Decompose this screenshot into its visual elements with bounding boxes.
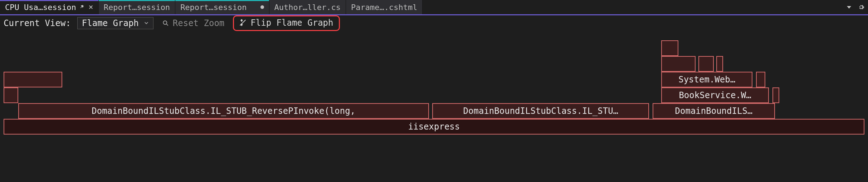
- flip-flame-label: Flip Flame Graph: [250, 18, 333, 28]
- tab-report-2[interactable]: Report…session: [175, 0, 269, 14]
- flame-block[interactable]: [661, 40, 678, 56]
- flip-flame-button[interactable]: Flip Flame Graph: [237, 17, 335, 29]
- chevron-down-icon: [144, 20, 149, 27]
- tab-label: Report…session: [104, 3, 170, 12]
- tab-label: Parame….cshtml: [351, 3, 417, 12]
- tab-cpu-usage[interactable]: CPU Usa…session: [0, 0, 99, 14]
- tab-bar: CPU Usa…session Report…session Report…se…: [0, 0, 868, 14]
- tab-accent: [99, 0, 175, 1]
- flame-block[interactable]: iisexpress: [4, 119, 864, 135]
- flame-block-label: DomainBoundILStubClass.IL_STU…: [463, 106, 618, 116]
- close-icon[interactable]: [88, 5, 93, 10]
- flame-block[interactable]: DomainBoundILS…: [653, 103, 775, 119]
- reset-zoom-label: Reset Zoom: [173, 18, 225, 28]
- svg-point-0: [163, 21, 167, 24]
- flame-row: BookService.W…: [4, 87, 864, 103]
- tab-label: Report…session: [180, 3, 247, 12]
- flame-block-label: iisexpress: [408, 122, 460, 132]
- current-view-label: Current View:: [4, 18, 71, 28]
- flame-block[interactable]: [4, 72, 62, 87]
- flip-icon: [239, 19, 247, 27]
- flame-row: iisexpress: [4, 119, 864, 135]
- gear-icon[interactable]: [858, 4, 864, 10]
- tab-bar-actions: [843, 0, 868, 14]
- flame-row: System.Web…: [4, 72, 864, 87]
- flame-block[interactable]: [772, 87, 779, 103]
- flame-block[interactable]: [756, 72, 765, 87]
- flame-graph[interactable]: iisexpressDomainBoundILStubClass.IL_STUB…: [0, 31, 868, 181]
- flame-row: [4, 56, 864, 72]
- tab-overflow-icon[interactable]: [847, 5, 853, 10]
- flame-row: [4, 40, 864, 56]
- flame-block[interactable]: [661, 56, 696, 72]
- flip-flame-highlight: Flip Flame Graph: [233, 15, 340, 31]
- flame-block[interactable]: System.Web…: [661, 72, 752, 87]
- flame-block-label: BookService.W…: [679, 90, 751, 100]
- view-dropdown[interactable]: Flame Graph: [77, 17, 153, 29]
- flame-block[interactable]: [716, 56, 723, 72]
- tab-label: CPU Usa…session: [5, 3, 76, 12]
- flame-block[interactable]: [4, 87, 18, 103]
- tab-accent: [0, 0, 98, 1]
- tab-bar-spacer: [423, 0, 843, 14]
- flame-row: DomainBoundILStubClass.IL_STUB_ReversePI…: [4, 103, 864, 119]
- flame-block[interactable]: DomainBoundILStubClass.IL_STU…: [432, 103, 649, 119]
- flame-block-label: System.Web…: [678, 75, 735, 85]
- flame-block[interactable]: DomainBoundILStubClass.IL_STUB_ReversePI…: [18, 103, 429, 119]
- tab-parame-cshtml[interactable]: Parame….cshtml: [346, 0, 423, 14]
- pin-icon[interactable]: [80, 5, 85, 10]
- flame-block[interactable]: [698, 56, 714, 72]
- flame-block-label: DomainBoundILStubClass.IL_STUB_ReversePI…: [92, 106, 355, 116]
- dropdown-value: Flame Graph: [82, 18, 139, 28]
- tab-label: Author…ller.cs: [274, 3, 341, 12]
- flame-block-label: DomainBoundILS…: [675, 106, 753, 116]
- tab-accent: [175, 0, 269, 1]
- dirty-indicator-icon: [260, 5, 264, 9]
- tab-report-1[interactable]: Report…session: [99, 0, 175, 14]
- toolbar: Current View: Flame Graph Reset Zoom Fli…: [0, 15, 868, 31]
- flame-block[interactable]: BookService.W…: [661, 87, 769, 103]
- tab-author-controller[interactable]: Author…ller.cs: [269, 0, 346, 14]
- magnifier-icon: [162, 20, 169, 27]
- reset-zoom-button[interactable]: Reset Zoom: [160, 17, 227, 29]
